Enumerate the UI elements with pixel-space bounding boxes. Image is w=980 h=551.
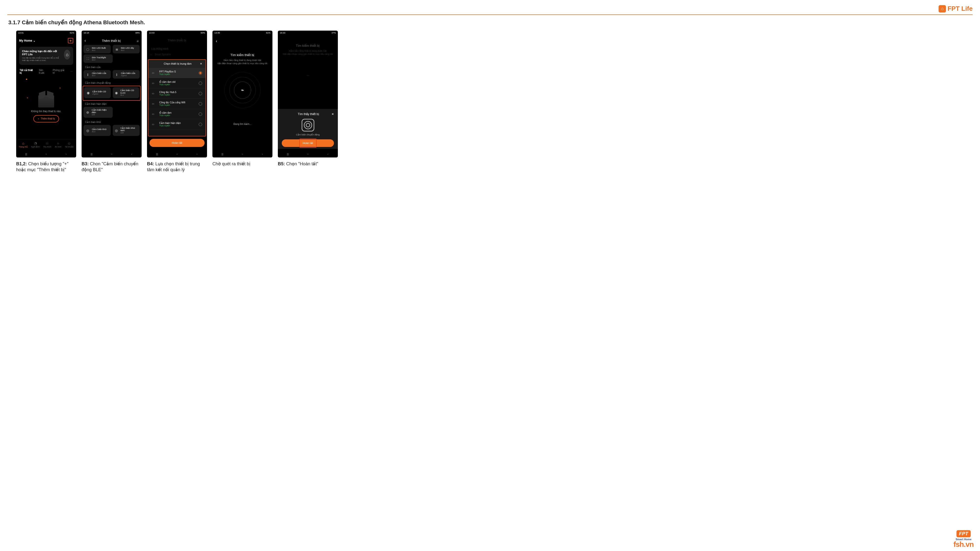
house-icon: ⌂ [939,5,946,13]
nav-scene[interactable]: ◔Ngữ cảnh [31,141,40,148]
bluetooth-icon: ⌁ [306,72,309,79]
android-recent[interactable]: ||| [285,153,290,156]
tab-all[interactable]: Tất cả thiết bị [20,69,35,74]
searching-label: Đang tìm kiếm... [234,123,251,125]
screenshot-step-1: 13:31 51% My Home ⌄ ＋ Chào mừng bạn đã đ… [16,30,76,157]
status-time: 13:45 [215,32,220,34]
more-icon[interactable]: ⋯ [70,70,73,73]
search-hint: Đảm bảo rằng thiết bị đang được bậtĐặt đ… [283,49,333,56]
search-title: Tìm kiếm thiết bị [296,44,320,48]
screenshot-step-5: 16:33 47% Tìm kiếm thiết bị Đảm bảo rằng… [278,30,338,157]
tab-entertain[interactable]: Phòng giải trí [52,69,67,74]
bottom-nav: ⌂Trang chủ ◔Ngữ cảnh ☆Yêu thích ○An ninh… [16,139,76,149]
caption-2: B3: Chon "Cảm biến chuyển động BLE" [81,161,142,173]
hub-row[interactable]: ▭Cảm biến hiện diệnTrực tuyến [148,119,205,130]
screen-title: Thêm thiết bị [102,39,121,43]
status-battery: 51% [70,32,74,34]
status-time: 16:18 [84,32,89,34]
status-battery: 61% [266,32,270,34]
android-back[interactable]: ‹ [260,153,265,156]
caption-3: B4: Lựa chọn thiết bị trung tâm kết nối … [147,161,207,173]
android-recent[interactable]: ||| [24,153,29,156]
hub-selection-sheet: Chọn thiết bị trung tâm ✕ ▭FPT PlayBox S… [148,59,206,137]
device-type-card[interactable]: ⫿Cảm biến cửaBLE [84,70,111,79]
android-home[interactable]: ○ [175,153,179,156]
house-icon: ⌂ [64,50,70,59]
hub-row[interactable]: ▭Công tắc Hub.5Trực tuyến [148,88,205,99]
nav-account[interactable]: ☺Tài khoản [65,141,73,148]
brand-logo: ⌂ FPT Life [939,5,973,13]
device-type-card[interactable]: ≣Đèn LED dâyBLE [113,45,140,53]
android-home[interactable]: ○ [109,153,114,156]
android-home[interactable]: ○ [44,153,49,156]
add-button[interactable]: ＋ [68,38,73,43]
search-icon[interactable]: ⌕ [137,39,139,43]
close-icon[interactable]: ✕ [200,62,202,65]
sheet-title: Chọn thiết bị trung tâm [164,62,192,65]
screenshot-step-2: 16:18 48% ‹ Thêm thiết bị ⌕ ◌Đèn LED Bul… [81,30,142,157]
caption-1: B1,2: Chọn biểu tượng "+" hoặc mục "Thêm… [16,161,76,173]
android-back[interactable]: ‹ [64,153,68,156]
status-time: 13:43 [149,32,154,34]
empty-message: Không tìm thấy thiết bị nào. [31,110,61,113]
hub-row[interactable]: ▭Công tắc Cửa cổng WifiTrực tuyến [148,99,205,109]
nav-home[interactable]: ⌂Trang chủ [19,141,28,148]
device-type-card[interactable]: ⸬Đèn TracklightBLE [84,54,113,63]
device-type-card[interactable]: ⊚Cảm biến hiện diệnWifi [84,107,113,118]
caption-4: Chờ quét ra thiết bị [212,161,272,167]
device-type-card[interactable]: ◉Cảm biến CĐZigbee [84,87,111,98]
hub-row[interactable]: ▭Ổ cắm đơn oldTrực tuyến [148,78,205,88]
highlight-box [299,139,317,148]
found-device-sheet: Tìm thấy thiết bị ✕ Cảm biến chuyển động… [278,109,338,149]
back-icon[interactable]: ‹ [216,39,217,43]
android-back[interactable]: ‹ [129,153,134,156]
status-time: 16:33 [280,32,285,34]
device-type-card[interactable]: ◎Cảm biến khóiBLE [84,125,111,136]
tab-yard[interactable]: Sân trước [39,69,49,74]
device-type-card[interactable]: ◉Cảm biến CĐ (Lux)BLE [113,87,139,98]
android-recent[interactable]: ||| [154,153,159,156]
device-name: Cảm biến chuyển động [282,133,334,136]
home-selector[interactable]: My Home ⌄ [19,39,35,42]
device-type-card[interactable]: ◌Đèn LED BulbBLE [84,45,111,53]
empty-box-icon [38,95,54,108]
nav-security[interactable]: ○An ninh [55,141,62,148]
screenshot-step-4: 13:45 61% ‹ Tìm kiếm thiết bị Đảm bảo rằ… [212,30,272,157]
search-title: Tìm kiếm thiết bị [230,53,254,57]
caption-5: B5: Chọn "Hoàn tất" [278,161,338,167]
bluetooth-scanning-icon: ⌁ [234,81,251,99]
done-button[interactable]: Hoàn tất [150,139,205,147]
motion-sensor-icon [302,119,314,132]
add-device-button[interactable]: ＋ Thêm thiết bị [33,115,59,122]
device-type-card[interactable]: ⫿Cảm biến cửaZigbee [113,70,140,79]
done-button[interactable]: Hoàn tất [282,139,334,147]
header-divider [7,14,973,15]
status-battery: 48% [135,32,140,34]
hub-row[interactable]: ▭FPT PlayBox STrực tuyến [148,68,205,78]
welcome-card: Chào mừng bạn đã đến với FPT Life Cài đặ… [19,47,73,65]
status-battery: 47% [331,32,336,34]
screenshot-step-3: 13:43 60% Thêm thiết bị Loa thông minh ▭… [147,30,207,157]
android-home[interactable]: ○ [305,153,310,156]
plus-icon: ＋ [26,96,29,100]
android-home[interactable]: ○ [240,153,245,156]
search-hint: Đảm bảo rằng thiết bị đang được bậtĐặt đ… [218,59,267,65]
welcome-title: Chào mừng bạn đã đến với FPT Life [22,50,62,56]
brand-name: FPT Life [947,5,973,13]
android-back[interactable]: ‹ [325,153,330,156]
dim-title: Thêm thiết bị [150,38,204,42]
nav-fav[interactable]: ☆Yêu thích [43,141,51,148]
section-title: 3.1.7 Cảm biến chuyển động Athena Blueto… [7,19,973,26]
plus-icon: ＋ [59,86,62,90]
android-back[interactable]: ‹ [194,153,199,156]
close-icon[interactable]: ✕ [331,113,334,116]
welcome-body: Cài đặt bộ điều khiển trung tâm để có th… [22,57,62,62]
status-battery: 60% [200,32,205,34]
found-title: Tìm thấy thiết bị [298,113,319,116]
android-recent[interactable]: ||| [220,153,225,156]
android-recent[interactable]: ||| [89,153,94,156]
device-type-card[interactable]: ◎Cảm biến khói WiFiWifi [113,125,140,136]
status-time: 13:31 [18,32,24,34]
back-icon[interactable]: ‹ [84,38,86,43]
hub-row[interactable]: ▭Ổ cắm đơnTrực tuyến [148,109,205,119]
